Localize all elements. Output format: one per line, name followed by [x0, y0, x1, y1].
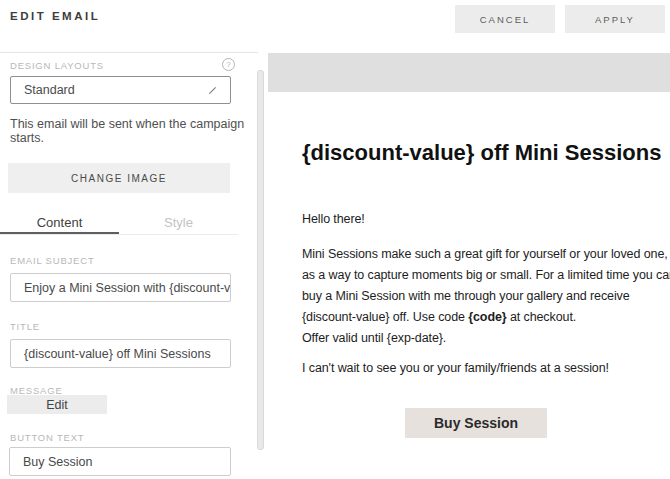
layout-dropdown[interactable]: Standard	[10, 76, 231, 104]
body-line-4-post: at checkout.	[507, 310, 577, 324]
sidebar-scrollbar[interactable]	[257, 70, 264, 450]
cancel-button[interactable]: CANCEL	[455, 5, 555, 33]
email-greeting: Hello there!	[302, 209, 670, 230]
body-line-1: Mini Sessions make such a great gift for…	[302, 247, 668, 261]
email-closing-line: I can't wait to see you or your family/f…	[302, 358, 670, 379]
help-icon[interactable]: ?	[222, 58, 235, 71]
top-bar: EDIT EMAIL CANCEL APPLY	[0, 0, 670, 52]
email-subject-label: EMAIL SUBJECT	[10, 255, 94, 266]
body-line-5: Offer valid until {exp-date}.	[302, 331, 446, 345]
email-subject-input[interactable]	[10, 273, 231, 302]
apply-button[interactable]: APPLY	[565, 5, 665, 33]
body-line-3: buy a Mini Session with me through your …	[302, 289, 630, 303]
body-line-4-pre: {discount-value} off. Use code	[302, 310, 468, 324]
button-text-input[interactable]	[9, 447, 231, 476]
button-text-label: BUTTON TEXT	[10, 432, 84, 443]
title-input[interactable]	[10, 339, 231, 368]
email-body-paragraph: Mini Sessions make such a great gift for…	[302, 244, 670, 349]
layout-dropdown-value: Standard	[11, 83, 75, 97]
message-edit-button[interactable]: Edit	[7, 395, 107, 414]
sidebar-tabs: Content Style	[0, 211, 238, 235]
tab-style[interactable]: Style	[119, 211, 238, 234]
body-code-token: {code}	[468, 310, 506, 324]
change-image-button[interactable]: CHANGE IMAGE	[8, 163, 230, 193]
page-title: EDIT EMAIL	[10, 10, 100, 22]
design-layouts-label: DESIGN LAYOUTS	[10, 60, 104, 71]
body-line-2: as a way to capture moments big or small…	[302, 268, 670, 282]
buy-session-button[interactable]: Buy Session	[405, 408, 547, 438]
dropdown-caret-icon	[209, 87, 216, 94]
campaign-note: This email will be sent when the campaig…	[10, 117, 255, 145]
title-label: TITLE	[10, 321, 40, 332]
sidebar: DESIGN LAYOUTS ? Standard This email wil…	[0, 52, 258, 479]
email-header-image-placeholder	[268, 53, 670, 92]
edit-email-screen: EDIT EMAIL CANCEL APPLY DESIGN LAYOUTS ?…	[0, 0, 670, 479]
email-preview-pane: {discount-value} off Mini Sessions Hello…	[268, 52, 670, 479]
tab-content[interactable]: Content	[0, 211, 119, 234]
email-preview-title: {discount-value} off Mini Sessions	[302, 140, 670, 166]
